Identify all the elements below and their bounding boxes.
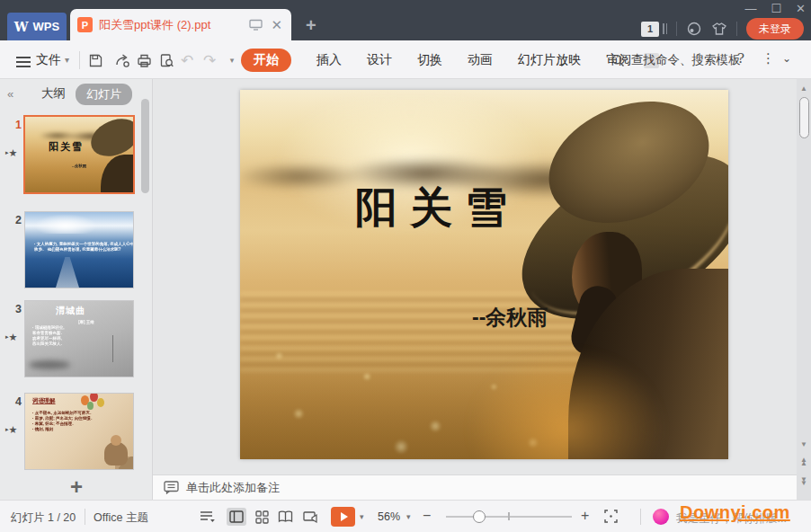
ribbon-bar: 文件 ▾ ↶ ↷ ▾ 开始 插入 设计 切换 动画 幻灯片放映 审阅 ›: [0, 40, 811, 79]
scrollbar-thumb[interactable]: [799, 97, 809, 138]
thumb-title: 词语理解: [32, 397, 56, 405]
play-slideshow-button[interactable]: [331, 507, 355, 527]
save-icon[interactable]: [86, 51, 104, 69]
previous-slide-icon[interactable]: ▲▲: [797, 455, 811, 469]
slide-thumbnail-3[interactable]: 3 ▸★ 渭城曲 [唐] 王维 · 渭城朝雨浥轻尘, 客舍青青柳色新。 劝君更尽…: [25, 301, 133, 377]
new-tab-button[interactable]: +: [306, 16, 316, 34]
tab-animation[interactable]: 动画: [468, 52, 493, 68]
tab-slides[interactable]: 幻灯片: [76, 84, 132, 105]
print-icon[interactable]: [135, 51, 153, 69]
chevron-down-icon[interactable]: ▾: [65, 55, 69, 65]
search-label: 查找命令、搜索模板: [631, 52, 741, 68]
file-menu[interactable]: 文件: [36, 52, 61, 68]
thumb-subtitle: --余秋雨: [72, 164, 86, 169]
tab-slideshow[interactable]: 幻灯片放映: [518, 52, 581, 68]
notes-icon: [164, 481, 179, 494]
slide-sorter-icon[interactable]: [252, 508, 272, 526]
close-window-icon[interactable]: ✕: [796, 2, 806, 15]
thumb-body-text: · 文人的魔力, 竟能把偌大一个世界的角落, 变成人人心中的故乡。 他们褪色的青…: [34, 241, 133, 252]
assistant-avatar[interactable]: [653, 509, 669, 525]
current-slide[interactable]: 阳关雪 --余秋雨: [240, 90, 728, 459]
tab-transition[interactable]: 切换: [417, 52, 442, 68]
slide-number: 4: [11, 395, 22, 408]
titlebar: W WPS P 阳关雪ppt课件 (2).ppt ✕ + — ☐ ✕ 1: [0, 0, 811, 40]
tab-home[interactable]: 开始: [241, 49, 291, 72]
play-dropdown-icon[interactable]: ▾: [360, 512, 364, 521]
search-icon: [611, 54, 625, 67]
tab-insert[interactable]: 插入: [316, 52, 342, 68]
more-options-icon[interactable]: ⋮: [762, 50, 775, 66]
theme-name[interactable]: Office 主题: [94, 510, 148, 526]
next-slide-icon[interactable]: ▼▼: [797, 474, 811, 489]
slide-author-text[interactable]: --余秋雨: [472, 304, 548, 332]
command-search[interactable]: 查找命令、搜索模板: [611, 52, 741, 68]
notes-toggle-icon[interactable]: [198, 508, 218, 526]
document-tab[interactable]: P 阳关雪ppt课件 (2).ppt ✕: [70, 9, 291, 40]
zoom-dropdown-icon[interactable]: ▾: [406, 512, 411, 521]
help-icon[interactable]: ?: [737, 50, 744, 66]
login-button[interactable]: 未登录: [746, 18, 804, 40]
toolbar-more-icon[interactable]: ▾: [223, 51, 241, 69]
reading-view-icon[interactable]: [275, 508, 295, 526]
panel-scrollbar-thumb[interactable]: [141, 99, 149, 193]
slide-thumbnail-1[interactable]: 1 ▸★ 阳关雪 --余秋雨: [25, 117, 133, 192]
minimize-icon[interactable]: —: [744, 2, 756, 15]
print-preview-icon[interactable]: [157, 51, 175, 69]
tab-outline[interactable]: 大纲: [41, 85, 66, 102]
wps-menu-button[interactable]: W WPS: [7, 13, 67, 40]
monitor-icon[interactable]: [249, 19, 263, 31]
hamburger-icon[interactable]: [16, 54, 31, 70]
thumb-title: 阳关雪: [49, 140, 84, 154]
member-icon[interactable]: [686, 21, 702, 37]
slide-number: 2: [11, 214, 22, 226]
maximize-icon[interactable]: ☐: [771, 2, 781, 15]
export-icon[interactable]: [113, 51, 131, 69]
slide-panel: « 大纲 幻灯片 1 ▸★ 阳关雪 --余秋雨 2 · 文人的魔力, 竟能把偌大…: [0, 79, 153, 500]
collapse-panel-icon[interactable]: «: [7, 87, 12, 101]
redo-icon[interactable]: ↷: [201, 51, 218, 69]
wps-label: WPS: [33, 20, 60, 33]
zoom-out-button[interactable]: −: [423, 508, 431, 524]
slideshow-view-icon[interactable]: [300, 508, 320, 526]
wps-presentation-window: W WPS P 阳关雪ppt课件 (2).ppt ✕ + — ☐ ✕ 1: [0, 0, 811, 532]
slide-number: 3: [11, 303, 22, 315]
skin-tshirt-icon[interactable]: [711, 22, 727, 36]
slide-thumbnail-2[interactable]: 2 · 文人的魔力, 竟能把偌大一个世界的角落, 变成人人心中的故乡。 他们褪色…: [25, 212, 133, 288]
zoom-value[interactable]: 56%: [378, 510, 400, 523]
zoom-slider-thumb[interactable]: [473, 510, 486, 523]
add-slide-button[interactable]: +: [0, 474, 153, 500]
scroll-up-icon[interactable]: ▲: [797, 81, 811, 95]
wps-logo-icon: W: [14, 20, 29, 34]
animation-star-icon[interactable]: ▸★: [5, 332, 17, 343]
downyi-watermark: Downyi.com: [680, 502, 790, 523]
vertical-scrollbar[interactable]: ▲ ▼ ▲▲ ▼▼: [797, 79, 811, 500]
notes-placeholder: 单击此处添加备注: [186, 480, 280, 496]
slide-thumbnail-4[interactable]: 4 ▸★ 词语理解 · 永不褪色, 永远都铭刻不可磨灭。 · 圆梦, 欣慰; 声…: [25, 394, 133, 469]
scroll-down-icon[interactable]: ▼: [797, 437, 811, 451]
normal-view-icon[interactable]: [227, 508, 246, 526]
zoom-in-button[interactable]: +: [581, 508, 589, 524]
animation-star-icon[interactable]: ▸★: [5, 147, 17, 159]
notes-bar[interactable]: 单击此处添加备注: [153, 474, 797, 500]
editing-canvas: 阳关雪 --余秋雨: [153, 79, 797, 474]
close-tab-icon[interactable]: ✕: [269, 17, 284, 33]
slide-counter: 幻灯片 1 / 20: [11, 510, 76, 526]
ppt-file-icon: P: [77, 17, 93, 32]
slide-number: 1: [11, 119, 22, 131]
statusbar: 幻灯片 1 / 20 Office 主题 ▾ 56% ▾ − + 我是: [0, 500, 811, 532]
fit-to-window-icon[interactable]: [604, 510, 618, 523]
stacked-windows-icon: [663, 23, 667, 34]
undo-icon[interactable]: ↶: [178, 51, 196, 69]
document-title: 阳关雪ppt课件 (2).ppt: [99, 17, 243, 33]
collapse-ribbon-icon[interactable]: ⌄: [782, 52, 791, 65]
animation-star-icon[interactable]: ▸★: [5, 424, 17, 436]
thumb-title: 渭城曲: [56, 305, 85, 317]
slide-title-text[interactable]: 阳关雪: [355, 180, 520, 236]
window-count-badge[interactable]: 1: [641, 22, 659, 37]
tab-design[interactable]: 设计: [367, 52, 392, 68]
